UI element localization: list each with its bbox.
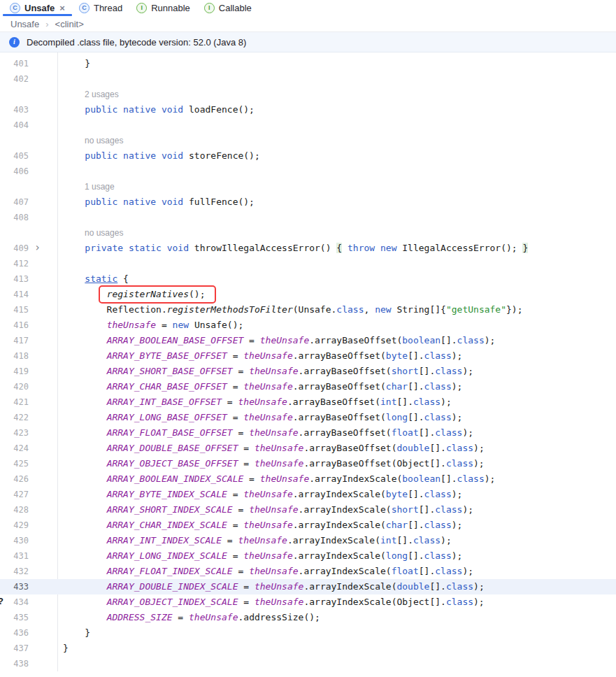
code-text[interactable]: ARRAY_INT_BASE_OFFSET = theUnsafe.arrayB… — [58, 394, 452, 410]
code-line-435: 435 ADDRESS_SIZE = theUnsafe.addressSize… — [0, 610, 616, 625]
tab-runnable[interactable]: IRunnable — [129, 0, 197, 16]
line-number[interactable]: 420 — [0, 379, 29, 394]
fold-arrow-icon[interactable]: › — [34, 240, 41, 255]
code-text[interactable]: ARRAY_BOOLEAN_INDEX_SCALE = theUnsafe.ar… — [58, 471, 495, 487]
code-text[interactable]: public native void storeFence(); — [58, 148, 260, 164]
gutter: 407 — [0, 194, 58, 210]
line-number[interactable]: 407 — [0, 194, 29, 210]
code-text[interactable]: ARRAY_BOOLEAN_BASE_OFFSET = theUnsafe.ar… — [58, 333, 495, 348]
line-number[interactable]: 403 — [0, 102, 29, 117]
line-number[interactable]: 427 — [0, 487, 29, 502]
gutter: 402 — [0, 71, 58, 87]
line-number[interactable]: 413 — [0, 271, 29, 287]
line-number[interactable]: 404 — [0, 117, 29, 133]
code-text[interactable]: ARRAY_SHORT_BASE_OFFSET = theUnsafe.arra… — [58, 364, 473, 379]
fold-zone — [29, 210, 58, 225]
code-line-414: 414 registerNatives(); — [0, 287, 616, 302]
line-number[interactable]: 401 — [0, 56, 29, 71]
line-number[interactable]: 409 — [0, 241, 29, 256]
code-text[interactable]: ADDRESS_SIZE = theUnsafe.addressSize(); — [58, 610, 320, 625]
line-number[interactable]: 408 — [0, 210, 29, 225]
line-number[interactable]: 406 — [0, 164, 29, 179]
line-number[interactable]: 417 — [0, 333, 29, 348]
code-text[interactable] — [58, 164, 63, 179]
code-editor[interactable]: 401 }4022 usages403 public native void l… — [0, 52, 616, 671]
code-text[interactable] — [58, 210, 63, 225]
gutter: 427 — [0, 487, 58, 502]
line-number[interactable]: 414 — [0, 287, 29, 302]
breadcrumb-item[interactable]: <clinit> — [55, 19, 84, 29]
code-text[interactable]: ARRAY_INT_INDEX_SCALE = theUnsafe.arrayI… — [58, 533, 452, 548]
code-line-438: 438 — [0, 656, 616, 671]
line-number[interactable]: 423 — [0, 425, 29, 441]
code-text[interactable]: ARRAY_BYTE_BASE_OFFSET = theUnsafe.array… — [58, 348, 462, 364]
line-number[interactable]: 428 — [0, 502, 29, 518]
code-text[interactable]: } — [58, 641, 69, 656]
line-number[interactable]: 430 — [0, 533, 29, 548]
code-line-401: 401 } — [0, 56, 616, 71]
code-text[interactable]: ARRAY_LONG_BASE_OFFSET = theUnsafe.array… — [58, 410, 462, 425]
line-number[interactable]: 402 — [0, 71, 29, 87]
breadcrumb-item[interactable]: Unsafe — [10, 19, 39, 29]
code-text[interactable]: ARRAY_DOUBLE_INDEX_SCALE = theUnsafe.arr… — [58, 579, 485, 594]
line-number[interactable]: 436 — [0, 625, 29, 641]
code-text[interactable] — [58, 117, 63, 133]
gutter: 425 — [0, 456, 58, 471]
line-number[interactable]: 434 — [0, 594, 29, 610]
line-number[interactable]: 426 — [0, 471, 29, 487]
code-text[interactable]: ARRAY_CHAR_BASE_OFFSET = theUnsafe.array… — [58, 379, 462, 394]
code-text[interactable]: Reflection.registerMethodsToFilter(Unsaf… — [58, 302, 523, 318]
usages-inlay-hint[interactable]: 1 usage — [58, 179, 115, 194]
line-number[interactable]: 422 — [0, 410, 29, 425]
code-text[interactable]: ARRAY_BYTE_INDEX_SCALE = theUnsafe.array… — [58, 487, 462, 502]
tab-thread[interactable]: CThread — [72, 0, 129, 16]
tab-callable[interactable]: ICallable — [197, 0, 259, 16]
line-number[interactable]: 418 — [0, 348, 29, 364]
line-number[interactable]: 432 — [0, 564, 29, 579]
usages-inlay-hint[interactable]: 2 usages — [58, 87, 119, 102]
code-line-422: 422 ARRAY_LONG_BASE_OFFSET = theUnsafe.a… — [0, 410, 616, 425]
code-line-406: 406 — [0, 164, 616, 179]
line-number[interactable]: 425 — [0, 456, 29, 471]
code-text[interactable]: ARRAY_OBJECT_BASE_OFFSET = theUnsafe.arr… — [58, 456, 485, 471]
code-text[interactable]: ARRAY_CHAR_INDEX_SCALE = theUnsafe.array… — [58, 518, 462, 533]
gutter: 424 — [0, 441, 58, 456]
line-number[interactable]: 437 — [0, 641, 29, 656]
code-text[interactable]: registerNatives(); — [58, 287, 206, 302]
usages-inlay-hint[interactable]: no usages — [58, 225, 123, 241]
code-text[interactable]: ARRAY_FLOAT_BASE_OFFSET = theUnsafe.arra… — [58, 425, 473, 441]
code-line-405: 405 public native void storeFence(); — [0, 148, 616, 164]
tab-close-icon[interactable]: × — [59, 3, 65, 13]
code-text[interactable]: theUnsafe = new Unsafe(); — [58, 318, 243, 333]
fold-zone: › — [29, 241, 58, 256]
code-text[interactable]: private static void throwIllegalAccessEr… — [58, 241, 528, 256]
line-number[interactable]: 424 — [0, 441, 29, 456]
code-text[interactable] — [58, 656, 63, 671]
code-text[interactable] — [58, 256, 63, 271]
code-text[interactable]: public native void loadFence(); — [58, 102, 255, 117]
code-text[interactable]: ARRAY_DOUBLE_BASE_OFFSET = theUnsafe.arr… — [58, 441, 485, 456]
fold-zone — [29, 133, 58, 148]
code-text[interactable]: } — [58, 56, 90, 71]
line-number[interactable]: 435 — [0, 610, 29, 625]
line-number[interactable]: 431 — [0, 548, 29, 564]
line-number[interactable]: 405 — [0, 148, 29, 164]
code-text[interactable]: ARRAY_SHORT_INDEX_SCALE = theUnsafe.arra… — [58, 502, 473, 518]
code-text[interactable]: } — [58, 625, 90, 641]
line-number[interactable]: 421 — [0, 394, 29, 410]
usages-inlay-hint[interactable]: no usages — [58, 133, 123, 148]
code-text[interactable]: static { — [58, 271, 129, 287]
line-number[interactable]: 429 — [0, 518, 29, 533]
code-text[interactable] — [58, 71, 63, 87]
line-number[interactable]: 416 — [0, 318, 29, 333]
line-number[interactable]: 438 — [0, 656, 29, 671]
code-text[interactable]: ARRAY_FLOAT_INDEX_SCALE = theUnsafe.arra… — [58, 564, 473, 579]
tab-unsafe[interactable]: CUnsafe× — [3, 0, 72, 16]
code-text[interactable]: ARRAY_LONG_INDEX_SCALE = theUnsafe.array… — [58, 548, 462, 564]
line-number[interactable]: 412 — [0, 256, 29, 271]
line-number[interactable]: 415 — [0, 302, 29, 318]
code-text[interactable]: ARRAY_OBJECT_INDEX_SCALE = theUnsafe.arr… — [58, 594, 485, 610]
code-text[interactable]: public native void fullFence(); — [58, 194, 255, 210]
line-number[interactable]: 433 — [0, 579, 29, 594]
line-number[interactable]: 419 — [0, 364, 29, 379]
